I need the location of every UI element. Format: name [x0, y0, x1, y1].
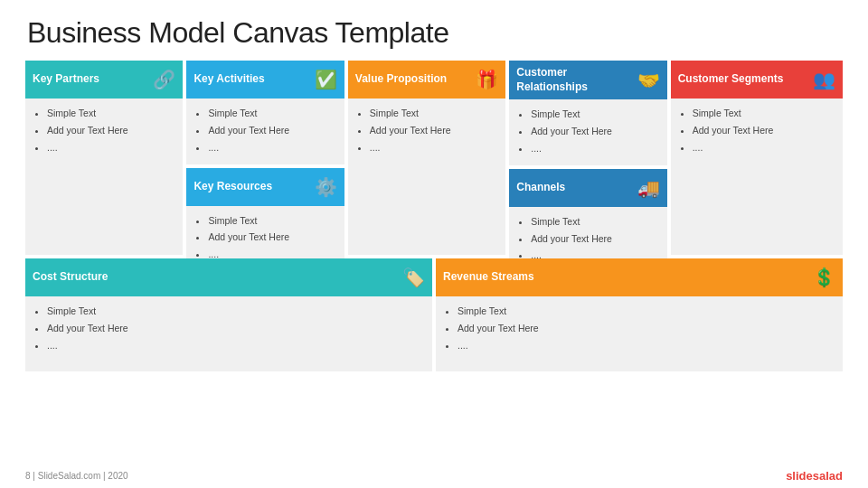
- list-item: Simple Text: [458, 304, 834, 320]
- customer-segments-cell: Customer Segments 👥 Simple Text Add your…: [671, 61, 843, 255]
- key-activities-body: Simple Text Add your Text Here ....: [186, 99, 344, 164]
- cost-structure-header: Cost Structure 🏷️: [25, 258, 432, 296]
- customer-relationships-label: Customer Relationships: [516, 66, 637, 94]
- page-title: Business Model Canvas Template: [0, 0, 868, 61]
- value-proposition-body: Simple Text Add your Text Here ....: [348, 99, 505, 164]
- list-item: ....: [47, 140, 174, 156]
- key-activities-icon: ✅: [315, 69, 337, 90]
- list-item: Add your Text Here: [531, 231, 657, 248]
- list-item: Simple Text: [531, 107, 657, 123]
- customer-segments-header: Customer Segments 👥: [671, 61, 843, 99]
- key-activities-header: Key Activities ✅: [186, 61, 344, 99]
- cost-structure-icon: 🏷️: [402, 267, 425, 288]
- revenue-streams-label: Revenue Streams: [443, 270, 534, 285]
- footer: 8 | SlideSalad.com | 2020 slidesalad: [25, 469, 843, 483]
- list-item: ....: [531, 141, 657, 157]
- customer-relationships-body: Simple Text Add your Text Here ....: [509, 99, 666, 165]
- list-item: Simple Text: [47, 106, 174, 122]
- cost-structure-body: Simple Text Add your Text Here ....: [25, 296, 432, 362]
- key-partners-label: Key Partners: [33, 72, 99, 87]
- list-item: Add your Text Here: [208, 230, 335, 246]
- canvas-area: Key Partners 🔗 Simple Text Add your Text…: [0, 61, 868, 371]
- channels-label: Channels: [516, 181, 565, 195]
- cost-structure-cell: Cost Structure 🏷️ Simple Text Add your T…: [25, 258, 432, 371]
- key-activities-label: Key Activities: [193, 72, 264, 87]
- list-item: Add your Text Here: [531, 124, 657, 140]
- list-item: Simple Text: [208, 106, 335, 122]
- value-proposition-cell: Value Proposition 🎁 Simple Text Add your…: [348, 61, 505, 255]
- list-item: Simple Text: [208, 213, 335, 230]
- footer-page: 8 | SlideSalad.com | 2020: [25, 471, 128, 481]
- key-partners-body: Simple Text Add your Text Here ....: [25, 99, 183, 164]
- key-partners-icon: 🔗: [153, 69, 175, 90]
- customer-segments-icon: 👥: [813, 69, 835, 90]
- key-resources-header: Key Resources ⚙️: [186, 168, 344, 206]
- value-proposition-label: Value Proposition: [355, 72, 447, 87]
- list-item: ....: [693, 140, 834, 156]
- key-resources-label: Key Resources: [193, 180, 272, 194]
- list-item: Add your Text Here: [458, 321, 834, 337]
- activities-resources-col: Key Activities ✅ Simple Text Add your Te…: [186, 61, 344, 255]
- customer-relationships-cell: Customer Relationships 🤝 Simple Text Add…: [509, 61, 666, 165]
- list-item: Simple Text: [531, 214, 657, 230]
- list-item: Add your Text Here: [693, 123, 834, 139]
- list-item: ....: [458, 338, 834, 354]
- list-item: Add your Text Here: [47, 321, 423, 337]
- list-item: Add your Text Here: [370, 123, 496, 139]
- channels-icon: 🚚: [637, 177, 660, 199]
- channels-cell: Channels 🚚 Simple Text Add your Text Her…: [509, 169, 666, 273]
- list-item: Add your Text Here: [208, 123, 335, 139]
- list-item: ....: [208, 140, 335, 156]
- slide: Business Model Canvas Template Key Partn…: [0, 0, 868, 488]
- list-item: Simple Text: [370, 106, 496, 122]
- list-item: Simple Text: [693, 106, 834, 122]
- revenue-streams-body: Simple Text Add your Text Here ....: [436, 296, 843, 362]
- customer-relationships-header: Customer Relationships 🤝: [509, 61, 666, 99]
- customer-relationships-icon: 🤝: [637, 70, 660, 91]
- key-partners-header: Key Partners 🔗: [25, 61, 183, 99]
- value-proposition-icon: 🎁: [476, 69, 498, 90]
- key-partners-cell: Key Partners 🔗 Simple Text Add your Text…: [25, 61, 183, 255]
- list-item: ....: [47, 338, 423, 354]
- key-resources-cell: Key Resources ⚙️ Simple Text Add your Te…: [186, 168, 344, 272]
- channels-header: Channels 🚚: [509, 169, 666, 207]
- revenue-streams-header: Revenue Streams 💲: [436, 258, 843, 296]
- customer-segments-body: Simple Text Add your Text Here ....: [671, 99, 843, 164]
- relationships-channels-col: Customer Relationships 🤝 Simple Text Add…: [509, 61, 666, 255]
- key-activities-cell: Key Activities ✅ Simple Text Add your Te…: [186, 61, 344, 164]
- cost-structure-label: Cost Structure: [33, 270, 108, 285]
- list-item: ....: [370, 140, 496, 156]
- list-item: Simple Text: [47, 304, 423, 320]
- revenue-streams-icon: 💲: [813, 267, 835, 288]
- revenue-streams-cell: Revenue Streams 💲 Simple Text Add your T…: [436, 258, 843, 371]
- list-item: Add your Text Here: [47, 123, 174, 139]
- value-proposition-header: Value Proposition 🎁: [348, 61, 505, 99]
- customer-segments-label: Customer Segments: [678, 72, 784, 87]
- footer-brand: slidesalad: [786, 469, 843, 483]
- key-resources-icon: ⚙️: [315, 176, 337, 198]
